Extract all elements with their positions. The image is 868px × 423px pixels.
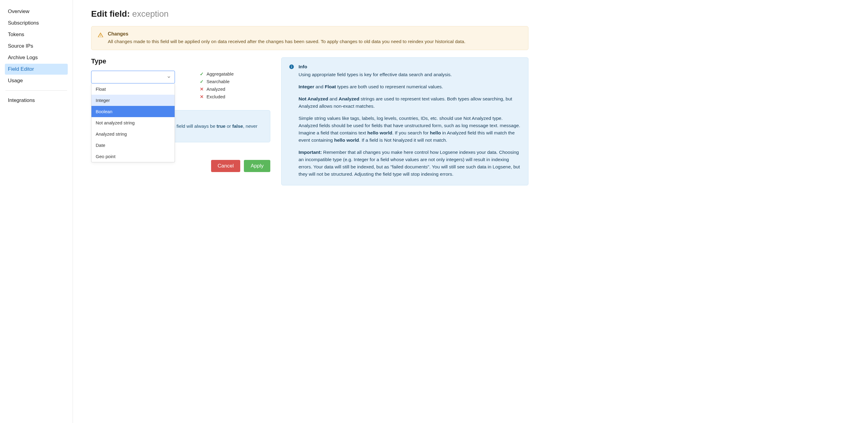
sidebar-item-overview[interactable]: Overview (5, 6, 68, 17)
sidebar: Overview Subscriptions Tokens Source IPs… (0, 0, 73, 423)
flag-aggregatable: ✓ Aggregatable (199, 71, 234, 76)
flag-searchable: ✓ Searchable (199, 79, 234, 84)
sidebar-item-tokens[interactable]: Tokens (5, 29, 68, 40)
info-strings: Not Analyzed and Analyzed strings are us… (299, 95, 521, 110)
boolean-note-mid: or (225, 124, 232, 129)
info-important: Important: Remember that all changes you… (299, 149, 521, 178)
sidebar-item-archive-logs[interactable]: Archive Logs (5, 52, 68, 63)
info-numeric: Integer and Float types are both used to… (299, 83, 521, 90)
svg-rect-4 (291, 66, 292, 68)
type-option-analyzed-string[interactable]: Analyzed string (91, 128, 175, 139)
flag-analyzed: ✕ Analyzed (199, 87, 234, 92)
flag-searchable-label: Searchable (207, 79, 229, 84)
cross-icon: ✕ (199, 94, 204, 99)
info-example: Simple string values like tags, labels, … (299, 115, 521, 144)
cancel-button[interactable]: Cancel (211, 160, 241, 172)
type-flags: ✓ Aggregatable ✓ Searchable ✕ Analyzed (199, 71, 234, 102)
sidebar-divider (5, 90, 67, 91)
type-option-integer[interactable]: Integer (91, 95, 175, 106)
warning-body: All changes made to this field will be a… (108, 38, 466, 45)
type-option-not-analyzed-string[interactable]: Not analyzed string (91, 117, 175, 128)
flag-aggregatable-label: Aggregatable (207, 71, 234, 76)
flag-excluded-label: Excluded (207, 94, 225, 99)
chevron-down-icon (167, 75, 171, 79)
sidebar-item-source-ips[interactable]: Source IPs (5, 41, 68, 52)
type-option-geo-point[interactable]: Geo point (91, 151, 175, 162)
warning-title: Changes (108, 31, 466, 37)
type-heading: Type (91, 57, 270, 65)
check-icon: ✓ (199, 72, 204, 76)
svg-rect-5 (291, 66, 292, 66)
type-select-wrapper: Float Integer Boolean Not analyzed strin… (91, 71, 175, 84)
type-option-date[interactable]: Date (91, 139, 175, 151)
flag-analyzed-label: Analyzed (207, 87, 225, 92)
type-option-float[interactable]: Float (91, 84, 175, 95)
type-select[interactable] (91, 71, 175, 84)
sidebar-item-integrations[interactable]: Integrations (5, 95, 68, 106)
sidebar-item-usage[interactable]: Usage (5, 75, 68, 86)
boolean-note-true: true (217, 124, 225, 129)
type-option-boolean[interactable]: Boolean (91, 106, 175, 117)
sidebar-item-field-editor[interactable]: Field Editor (5, 64, 68, 75)
info-icon (289, 64, 294, 69)
main-content: Edit field: exception Changes All change… (73, 0, 547, 423)
page-title-prefix: Edit field: (91, 9, 132, 19)
sidebar-item-subscriptions[interactable]: Subscriptions (5, 18, 68, 29)
info-intro: Using appropriate field types is key for… (299, 71, 521, 78)
type-dropdown: Float Integer Boolean Not analyzed strin… (91, 84, 175, 162)
cross-icon: ✕ (199, 87, 204, 92)
page-title: Edit field: exception (91, 9, 528, 19)
warning-icon (97, 32, 103, 38)
boolean-note-false: false (232, 124, 243, 129)
check-icon: ✓ (199, 79, 204, 84)
page-title-field: exception (132, 9, 168, 19)
info-title: Info (299, 63, 521, 70)
changes-warning-banner: Changes All changes made to this field w… (91, 26, 528, 50)
flag-excluded: ✕ Excluded (199, 94, 234, 99)
info-panel: Info Using appropriate field types is ke… (281, 57, 528, 186)
apply-button[interactable]: Apply (244, 160, 270, 172)
